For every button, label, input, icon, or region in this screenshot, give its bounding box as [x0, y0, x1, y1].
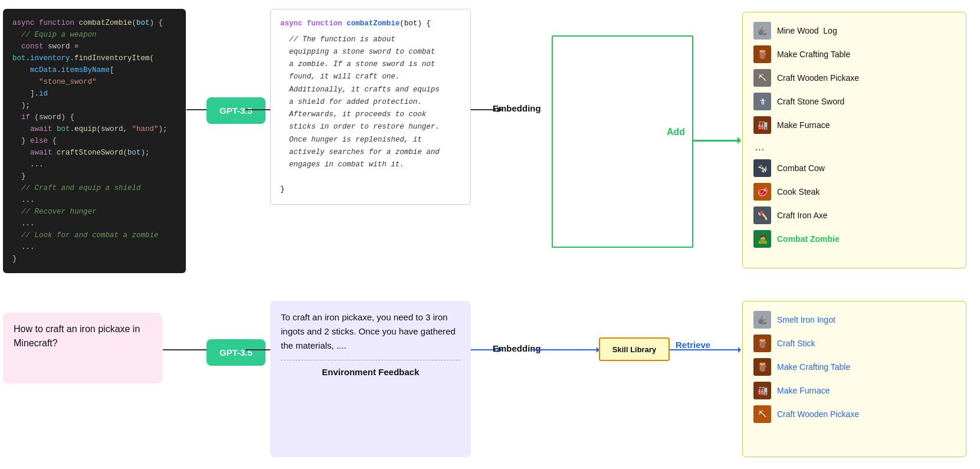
skill-result-label-furnace-b: Make Furnace: [777, 386, 830, 395]
skill-item-cook-steak: 🥩 Cook Steak: [753, 183, 955, 201]
code-string-sword: "stone_sword": [12, 78, 97, 86]
arrow-gpt-to-desc-top: [245, 109, 271, 110]
skill-results-bottom: 🪨 Smelt Iron Ingot 🪵 Craft Stick 🪵 Make …: [742, 301, 966, 457]
skill-result-craft-stick: 🪵 Craft Stick: [753, 334, 955, 352]
retrieve-arrow: [670, 349, 740, 350]
code-funcname: combatZombie: [79, 19, 132, 27]
skill-label-cook-steak: Cook Steak: [777, 187, 820, 196]
icon-mine-wood: 🪨: [753, 22, 771, 40]
embedding-text-top: Embedding: [493, 103, 541, 113]
desc-divider: [281, 360, 460, 360]
gpt-label-top: GPT-3.5: [219, 106, 253, 116]
code-obj: bot: [12, 54, 26, 63]
code-comment-3: // Recover hunger: [12, 208, 97, 216]
query-box: How to craft an iron pickaxe in Minecraf…: [3, 313, 162, 383]
embedding-label-bottom: Embedding: [493, 343, 541, 353]
skill-label-combat-zombie: Combat Zombie: [777, 234, 840, 244]
skill-result-label-wooden-pickaxe-b: Craft Wooden Pickaxe: [777, 409, 859, 419]
icon-crafting-table: 🪵: [753, 45, 771, 63]
skill-label-mine-wood: Mine Wood Log: [777, 26, 837, 35]
icon-furnace-b: 🏭: [753, 382, 771, 399]
skill-item-stone-sword: 🗡 Craft Stone Sword: [753, 93, 955, 110]
gpt-box-top: GPT-3.5: [207, 97, 266, 124]
arrow-query-to-gpt-bottom: [163, 349, 208, 350]
add-arrow: [693, 140, 740, 142]
description-box-bottom: To craft an iron pickaxe, you need to 3 …: [270, 301, 471, 457]
embedding-text-bottom: Embedding: [493, 343, 541, 353]
skill-item-mine-wood: 🪨 Mine Wood Log: [753, 22, 955, 40]
icon-furnace-top: 🏭: [753, 116, 771, 134]
skill-result-furnace-b: 🏭 Make Furnace: [753, 382, 955, 399]
arrow-embedding-to-skill-lib: [531, 349, 599, 350]
icon-iron-axe: 🪓: [753, 206, 771, 224]
skill-item-combat-cow: 🐄 Combat Cow: [753, 159, 955, 177]
desc-body: // The function is about equipping a sto…: [280, 34, 461, 172]
icon-wooden-pickaxe: ⛏: [753, 69, 771, 87]
arrow-desc-to-embedding-bottom: [471, 349, 496, 350]
skill-item-iron-axe: 🪓 Craft Iron Axe: [753, 206, 955, 224]
description-box-top: async function combatZombie(bot) { // Th…: [270, 9, 471, 205]
desc-funcname: combatZombie: [347, 19, 400, 28]
arrow-desc-to-embedding-top: [471, 109, 496, 110]
add-text: Add: [667, 127, 685, 137]
code-keyword-function: function: [39, 19, 79, 27]
desc-keyword-async: async function: [280, 19, 347, 28]
skill-item-combat-zombie: 🧟 Combat Zombie: [753, 230, 955, 248]
env-feedback-label: Environment Feedback: [281, 365, 460, 379]
embedding-label-top: Embedding: [493, 103, 541, 113]
code-comment-2: // Craft and equip a shield: [12, 184, 141, 192]
skill-library-top: 🪨 Mine Wood Log 🪵 Make Crafting Table ⛏ …: [742, 12, 966, 268]
skill-label-wooden-pickaxe: Craft Wooden Pickaxe: [777, 73, 859, 83]
skill-result-label-crafting-table-b: Make Crafting Table: [777, 362, 850, 372]
icon-stone-sword: 🗡: [753, 93, 771, 110]
skill-result-wooden-pickaxe-b: ⛏ Craft Wooden Pickaxe: [753, 405, 955, 423]
skill-item-furnace: 🏭 Make Furnace: [753, 116, 955, 134]
icon-combat-zombie: 🧟: [753, 230, 771, 248]
gpt-box-bottom: GPT-3.5: [207, 339, 266, 366]
skill-item-crafting-table: 🪵 Make Crafting Table: [753, 45, 955, 63]
arrow-code-to-gpt-top: [186, 109, 208, 110]
code-comment-1: // Equip a weapon: [12, 31, 97, 39]
skill-library-box-bottom: Skill Library: [599, 337, 670, 361]
arrow-gpt-to-desc-bottom: [245, 349, 271, 350]
query-text: How to craft an iron pickaxe in Minecraf…: [14, 324, 140, 348]
skill-result-label-smelt-iron: Smelt Iron Ingot: [777, 315, 835, 324]
icon-combat-cow: 🐄: [753, 159, 771, 177]
skill-label-iron-axe: Craft Iron Axe: [777, 211, 828, 220]
skill-label-furnace-top: Make Furnace: [777, 120, 830, 130]
icon-cook-steak: 🥩: [753, 183, 771, 201]
icon-craft-stick: 🪵: [753, 334, 771, 352]
green-bounding-box: [552, 35, 693, 248]
skill-item-wooden-pickaxe: ⛏ Craft Wooden Pickaxe: [753, 69, 955, 87]
add-label: Add: [667, 127, 685, 137]
icon-wooden-pickaxe-b: ⛏: [753, 405, 771, 423]
retrieve-label: Retrieve: [676, 340, 710, 350]
skill-label-stone-sword: Craft Stone Sword: [777, 97, 844, 106]
skill-label-combat-cow: Combat Cow: [777, 163, 825, 173]
code-block-top: async function combatZombie(bot) { // Eq…: [3, 9, 186, 273]
code-comment-4: // Look for and combat a zombie: [12, 231, 159, 240]
desc-text-bottom: To craft an iron pickaxe, you need to 3 …: [281, 312, 455, 350]
retrieve-text: Retrieve: [676, 340, 710, 350]
icon-crafting-table-b: 🪵: [753, 358, 771, 376]
skill-lib-text-bottom: Skill Library: [612, 345, 656, 354]
code-keyword-async: async: [12, 19, 39, 27]
skill-result-smelt-iron: 🪨 Smelt Iron Ingot: [753, 311, 955, 329]
skill-result-crafting-table-b: 🪵 Make Crafting Table: [753, 358, 955, 376]
skill-result-label-craft-stick: Craft Stick: [777, 339, 815, 348]
skill-ellipsis: ...: [753, 140, 955, 153]
skill-label-crafting-table: Make Crafting Table: [777, 50, 850, 59]
icon-smelt-iron: 🪨: [753, 311, 771, 329]
